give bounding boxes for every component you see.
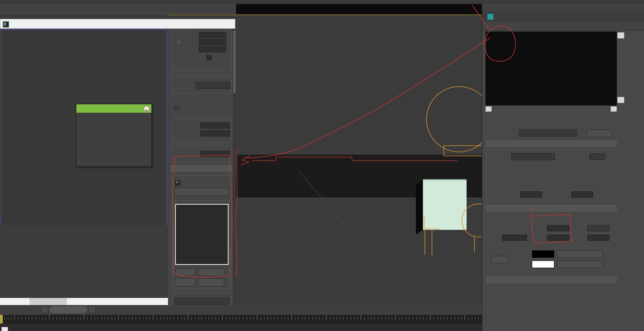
add-selected-button[interactable]: [198, 268, 224, 276]
color2-map-button[interactable]: [557, 261, 603, 268]
material-sample-palette: [485, 31, 617, 105]
maximize-icon[interactable]: [588, 13, 599, 20]
color2-swatch[interactable]: [532, 261, 554, 268]
value-field[interactable]: [200, 122, 230, 129]
timeline-major-ticks: [0, 315, 482, 320]
variation-field[interactable]: [200, 130, 230, 137]
swap-button[interactable]: [491, 256, 508, 263]
multiply-by-texmap-checkbox[interactable]: [175, 180, 180, 185]
graph-left-scrollbar[interactable]: [0, 31, 2, 216]
relative-to-start-velocity-checkbox[interactable]: [174, 106, 179, 111]
blur-offset-field[interactable]: [571, 191, 593, 198]
low-threshold-field[interactable]: [547, 235, 570, 241]
high-threshold-field[interactable]: [547, 225, 570, 231]
tyflow-title-bar[interactable]: [0, 19, 235, 29]
expand-button[interactable]: [176, 39, 182, 45]
frame-counter[interactable]: [50, 306, 87, 313]
source-dropdown[interactable]: [511, 153, 555, 160]
pick-button[interactable]: [175, 268, 195, 276]
scroll-left-icon[interactable]: [0, 298, 6, 305]
minimize-icon[interactable]: [186, 20, 198, 28]
sync-by-dropdown[interactable]: [196, 82, 230, 89]
operator-parameters-panel: [168, 29, 236, 305]
minimize-icon[interactable]: [570, 13, 581, 20]
levels-field[interactable]: [587, 225, 609, 231]
current-frame-marker[interactable]: [0, 315, 3, 324]
texmap-button[interactable]: [174, 188, 229, 196]
blur-field[interactable]: [520, 191, 542, 198]
previous-frame-button[interactable]: [41, 306, 48, 313]
close-icon[interactable]: [221, 20, 233, 28]
annotation-diagonal-line: [245, 38, 490, 158]
tyflow-app-icon: [3, 21, 9, 28]
timeline-ruler[interactable]: [0, 315, 482, 324]
material-editor-window: [482, 12, 644, 331]
objects-listbox[interactable]: [175, 204, 229, 265]
track-bar: [0, 305, 482, 315]
material-name-dropdown[interactable]: [519, 129, 577, 137]
ribbon-divider: [0, 13, 169, 13]
scale-by-velocity-group: [172, 99, 232, 115]
material-editor-toolbar: [485, 117, 644, 128]
color1-swatch[interactable]: [532, 250, 554, 258]
tyflow-node-graph[interactable]: [0, 29, 168, 235]
maximize-icon[interactable]: [204, 20, 216, 28]
y-percent-field[interactable]: [199, 39, 226, 45]
seed-field[interactable]: [200, 151, 230, 157]
lightbulb-icon[interactable]: [144, 106, 149, 112]
texmap-rollout-header[interactable]: [170, 165, 233, 172]
viewport-top-band: [236, 3, 482, 14]
palette-scroll-down-icon[interactable]: [617, 97, 624, 103]
palette-scroll-right-icon[interactable]: [611, 106, 617, 112]
material-editor-title-bar[interactable]: [482, 12, 644, 22]
tyflow-editor-window: [0, 19, 236, 305]
depot-horizontal-scrollbar[interactable]: [0, 298, 168, 305]
scroll-right-icon[interactable]: [162, 298, 168, 305]
event-node-header[interactable]: [76, 104, 151, 113]
material-editor-menu-bar: [482, 22, 644, 31]
color1-map-button[interactable]: [557, 250, 603, 258]
z-percent-field[interactable]: [199, 46, 226, 52]
sample-mode-dropdown[interactable]: [174, 298, 229, 305]
palette-scroll-left-icon[interactable]: [485, 106, 492, 112]
palette-scroll-up-icon[interactable]: [617, 32, 624, 39]
viewport-render-city: [236, 155, 482, 198]
next-frame-button[interactable]: [89, 306, 96, 313]
map-type-button[interactable]: [587, 129, 612, 137]
uniform-checkbox[interactable]: [207, 55, 212, 60]
close-icon[interactable]: [606, 13, 617, 20]
event-node[interactable]: [76, 104, 152, 167]
maxscript-mini-listener[interactable]: [2, 327, 8, 331]
size-field[interactable]: [502, 235, 527, 241]
params-vertical-scrollbar[interactable]: [233, 29, 236, 305]
remove-all-button[interactable]: [198, 278, 224, 287]
ribbon-tab-bar: [0, 0, 644, 4]
operator-depot: [0, 225, 168, 298]
scrollbar-thumb[interactable]: [233, 30, 236, 93]
active-viewport-border: [168, 15, 482, 15]
phase-field[interactable]: [587, 235, 609, 241]
max-logo-icon: [487, 14, 493, 20]
remove-button[interactable]: [174, 278, 195, 287]
scrollbar-thumb[interactable]: [30, 298, 67, 305]
noise-parameters-rollout-header[interactable]: [485, 205, 617, 212]
coordinates-rollout-header[interactable]: [485, 140, 617, 147]
output-rollout-header[interactable]: [485, 276, 617, 283]
map-channel-field[interactable]: [589, 153, 605, 160]
x-percent-field[interactable]: [199, 32, 226, 38]
status-bar-strip: [0, 324, 482, 331]
